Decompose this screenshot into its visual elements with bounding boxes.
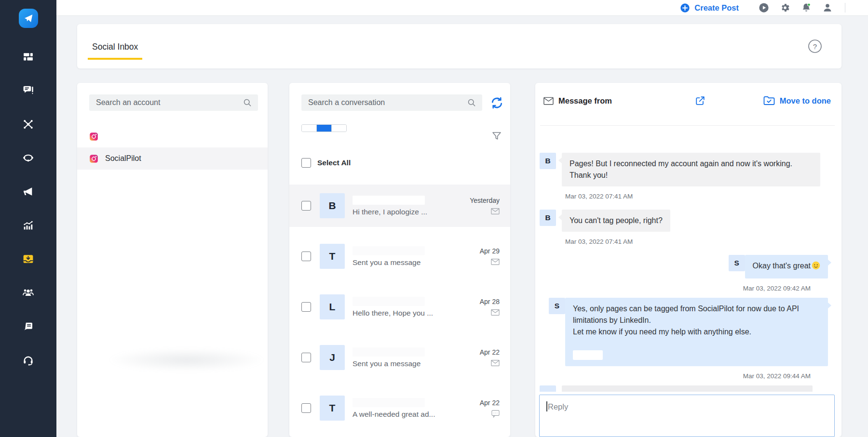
sidebar-item-connect[interactable] — [22, 118, 35, 130]
conversation-checkbox[interactable] — [301, 302, 311, 312]
conversation-date: Yesterday — [470, 197, 500, 204]
sidebar-item-content[interactable] — [22, 320, 35, 332]
message-avatar: S — [549, 298, 565, 314]
conversation-list: B Hi there, I apologize ... Yesterday — [289, 185, 510, 429]
search-icon — [467, 98, 476, 107]
headset-icon — [22, 354, 34, 366]
sidebar-item-promote[interactable] — [22, 185, 35, 198]
conversation-row[interactable]: L Hello there, Hope you ... Apr 28 — [289, 286, 510, 328]
avatar: T — [320, 244, 345, 269]
user-icon[interactable] — [822, 2, 833, 13]
dashboard-icon — [22, 51, 34, 63]
topbar: Create Post — [56, 0, 868, 16]
conversation-row[interactable]: J Sent you a message Apr 22 — [289, 336, 510, 379]
search-icon — [243, 98, 252, 107]
message-text: Pages! But I reconnected my account agai… — [570, 159, 792, 179]
sidebar-nav — [22, 50, 35, 366]
filter-tab[interactable] — [302, 125, 317, 132]
topbar-divider — [845, 3, 845, 13]
filter-funnel-icon[interactable] — [491, 130, 502, 142]
message-timestamp: Mar 03, 2022 09:44 AM — [540, 372, 811, 380]
conversation-row[interactable]: T Sent you a message Apr 29 — [289, 235, 510, 278]
message-avatar: B — [540, 210, 556, 226]
help-icon[interactable]: ? — [808, 39, 822, 53]
select-all-checkbox[interactable] — [301, 158, 311, 168]
conversation-preview: Sent you a message — [353, 258, 480, 267]
conversation-checkbox[interactable] — [301, 403, 311, 413]
content-area: Social Inbox ? Search an account — [56, 16, 868, 437]
sidebar-item-inbox-active[interactable] — [22, 252, 35, 265]
message-text: Yes, only pages can be tagged from Socia… — [573, 305, 799, 336]
message: B Pages! But I reconnected my account ag… — [540, 153, 834, 200]
thread-title: Message from — [543, 96, 612, 106]
message-text: You can't tag people, right? — [570, 216, 663, 225]
message-timestamp: Mar 03, 2022 09:42 AM — [540, 285, 811, 292]
select-all-label: Select All — [317, 159, 351, 167]
partial-avatar — [540, 385, 556, 392]
svg-text:?: ? — [813, 42, 817, 51]
play-circle-icon[interactable] — [759, 2, 769, 13]
gear-icon[interactable] — [780, 2, 790, 13]
discover-icon — [22, 152, 34, 164]
message-envelope-icon — [491, 359, 500, 367]
conversation-name-redacted — [353, 398, 425, 407]
conversation-checkbox[interactable] — [301, 353, 311, 362]
conversation-preview: Hello there, Hope you ... — [353, 309, 480, 318]
avatar: L — [320, 294, 345, 319]
message: S Yes, only pages can be tagged from Soc… — [540, 298, 834, 380]
external-link-icon[interactable] — [695, 95, 705, 106]
message-bubble: You can't tag people, right? — [562, 210, 670, 232]
filter-tab[interactable] — [317, 125, 332, 132]
smiley-emoji-icon — [812, 261, 820, 273]
bell-icon[interactable] — [801, 2, 812, 13]
conversation-date: Apr 29 — [480, 247, 500, 255]
connect-icon — [22, 118, 34, 130]
conversation-checkbox[interactable] — [301, 201, 311, 211]
folder-check-icon — [763, 95, 775, 106]
instagram-icon — [89, 132, 98, 141]
message-envelope-icon — [491, 309, 500, 316]
instagram-icon — [89, 154, 98, 163]
conversation-search-input[interactable]: Search a conversation — [301, 94, 482, 111]
message-envelope-icon — [491, 208, 500, 215]
message-timestamp: Mar 03, 2022 07:41 AM — [565, 193, 834, 200]
socialpilot-logo-icon[interactable] — [19, 9, 38, 28]
sidebar-item-posts[interactable] — [22, 84, 35, 96]
message-bubble: Pages! But I reconnected my account agai… — [562, 153, 820, 186]
message: S Okay that's great Mar 03, 2022 09:42 A… — [540, 255, 834, 292]
page-header-card: Social Inbox ? — [77, 24, 841, 68]
tab-social-inbox[interactable]: Social Inbox — [88, 37, 142, 60]
account-search-input[interactable]: Search an account — [89, 94, 258, 111]
create-post-button[interactable]: Create Post — [680, 3, 739, 13]
sidebar-item-discover[interactable] — [22, 151, 35, 164]
team-icon — [22, 287, 34, 299]
account-search-placeholder: Search an account — [96, 98, 243, 107]
reply-input[interactable]: Reply — [539, 395, 835, 437]
avatar: B — [320, 193, 345, 218]
message-envelope-icon — [491, 258, 500, 265]
conversation-checkbox[interactable] — [301, 252, 311, 261]
conversation-name-redacted — [353, 246, 425, 255]
conversation-row[interactable]: T A well-needed great ad... Apr 22 — [289, 387, 510, 429]
sidebar-item-dashboard[interactable] — [22, 50, 35, 63]
message: B You can't tag people, right? Mar 03, 2… — [540, 210, 834, 245]
account-row[interactable] — [77, 125, 268, 147]
accounts-panel: Search an account SocialPilot — [77, 83, 268, 437]
sidebar — [0, 0, 56, 437]
account-name: SocialPilot — [105, 154, 141, 163]
refresh-icon[interactable] — [490, 96, 503, 109]
partial-message-redacted — [540, 385, 836, 392]
sidebar-item-team[interactable] — [22, 286, 35, 299]
plus-circle-icon — [680, 3, 690, 13]
account-row[interactable]: SocialPilot — [77, 147, 268, 170]
conversation-search-placeholder: Search a conversation — [308, 98, 467, 107]
move-to-done-button[interactable]: Move to done — [763, 95, 831, 106]
sidebar-item-support[interactable] — [22, 354, 35, 366]
avatar: T — [320, 396, 345, 421]
reply-placeholder: Reply — [548, 402, 568, 411]
text-caret — [546, 401, 547, 411]
conversation-row[interactable]: B Hi there, I apologize ... Yesterday — [289, 185, 510, 227]
conversation-preview: Hi there, I apologize ... — [353, 208, 470, 216]
sidebar-item-analytics[interactable] — [22, 219, 35, 231]
filter-tab[interactable] — [332, 125, 346, 132]
